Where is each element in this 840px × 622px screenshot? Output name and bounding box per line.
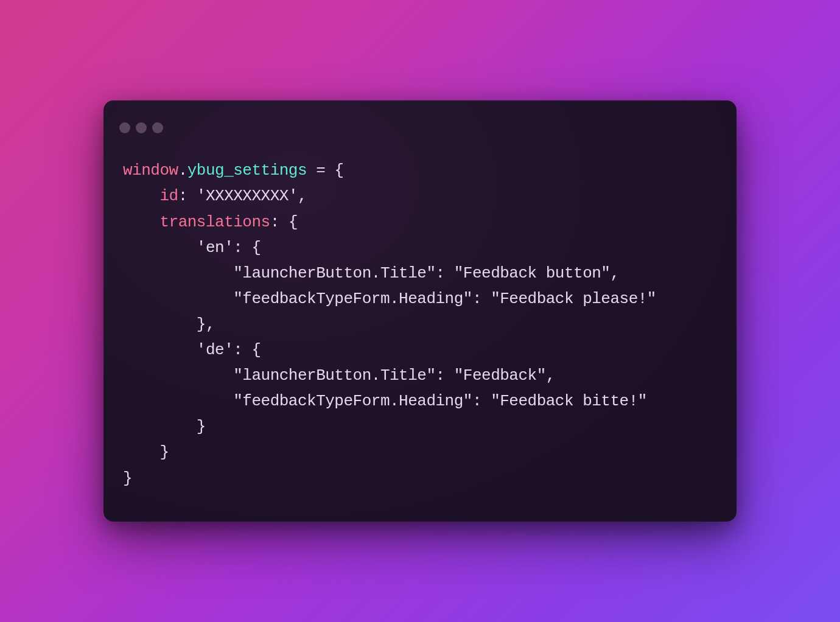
token-indent <box>123 443 159 461</box>
window-control-minimize[interactable] <box>136 122 147 133</box>
token-string: "feedbackTypeForm.Heading" <box>233 392 472 410</box>
window-controls <box>119 122 717 133</box>
token-colon: : <box>436 264 454 282</box>
token-indent <box>123 187 159 205</box>
token-string: "Feedback please!" <box>491 290 656 308</box>
token-colon: : <box>472 290 491 308</box>
token-identifier: ybug_settings <box>187 161 307 180</box>
code-window: window.ybug_settings = { id: 'XXXXXXXXX'… <box>103 100 737 521</box>
token-indent <box>123 213 159 231</box>
token-brace: { <box>289 213 298 231</box>
token-indent <box>123 341 197 359</box>
token-brace: } <box>123 469 132 487</box>
token-indent <box>123 264 233 282</box>
token-string: "Feedback button" <box>454 264 611 282</box>
token-brace: { <box>251 239 261 257</box>
token-colon: : <box>178 187 197 205</box>
window-control-maximize[interactable] <box>152 122 163 133</box>
token-string: 'de' <box>197 341 233 359</box>
token-indent <box>123 315 197 334</box>
token-string: "launcherButton.Title" <box>233 264 435 282</box>
token-property: translations <box>159 213 270 231</box>
token-brace: } <box>197 418 206 436</box>
token-string: "Feedback" <box>454 366 546 385</box>
token-brace: } <box>159 443 169 461</box>
token-indent <box>123 366 233 385</box>
code-block[interactable]: window.ybug_settings = { id: 'XXXXXXXXX'… <box>123 158 717 491</box>
token-string: "feedbackTypeForm.Heading" <box>233 290 472 308</box>
token-indent <box>123 418 197 436</box>
token-brace: { <box>251 341 261 359</box>
token-indent <box>123 290 233 308</box>
token-colon: : <box>472 392 491 410</box>
token-comma: , <box>610 264 619 282</box>
token-indent <box>123 392 233 410</box>
token-comma: , <box>206 315 215 334</box>
token-string: 'en' <box>197 239 233 257</box>
token-operator: = <box>307 161 334 180</box>
token-punct: . <box>178 161 187 180</box>
token-string: 'XXXXXXXXX' <box>197 187 298 205</box>
token-indent <box>123 239 197 257</box>
token-colon: : <box>233 239 251 257</box>
token-colon: : <box>270 213 289 231</box>
window-control-close[interactable] <box>119 122 130 133</box>
token-brace: } <box>197 315 206 334</box>
token-brace: { <box>334 161 343 180</box>
token-colon: : <box>436 366 454 385</box>
token-keyword: window <box>123 161 178 180</box>
token-comma: , <box>546 366 555 385</box>
token-colon: : <box>233 341 251 359</box>
token-string: "Feedback bitte!" <box>491 392 647 410</box>
token-property: id <box>159 187 178 205</box>
token-comma: , <box>298 187 307 205</box>
token-string: "launcherButton.Title" <box>233 366 435 385</box>
